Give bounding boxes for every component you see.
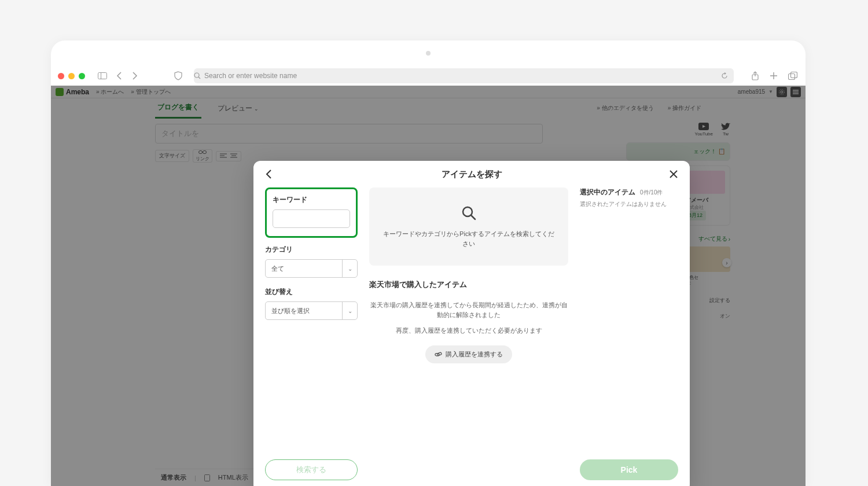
reload-icon[interactable] [721, 72, 728, 79]
modal-header: アイテムを探す [253, 161, 690, 187]
search-button[interactable]: 検索する [265, 459, 358, 480]
close-window-button[interactable] [58, 73, 64, 79]
empty-results-box: キーワードやカテゴリからPickするアイテムを検索してください [369, 187, 568, 266]
rakuten-message-1: 楽天市場の購入履歴を連携してから長期間が経過したため、連携が自動的に解除されまし… [369, 300, 568, 320]
category-label: カテゴリ [265, 245, 358, 255]
window-controls [58, 73, 85, 79]
rakuten-message-2: 再度、購入履歴を連携していただく必要があります [369, 326, 568, 336]
keyword-input[interactable] [273, 209, 350, 228]
close-button[interactable] [669, 170, 678, 179]
find-item-modal: アイテムを探す キーワード カテゴリ 全て ⌄ 並び替え [253, 161, 690, 486]
chevron-down-icon: ⌄ [342, 260, 357, 277]
empty-message: キーワードやカテゴリからPickするアイテムを検索してください [381, 229, 557, 248]
search-filters-panel: キーワード カテゴリ 全て ⌄ 並び替え 並び順を選択 ⌄ [265, 187, 358, 480]
privacy-shield-icon[interactable] [173, 70, 183, 82]
svg-line-3 [198, 77, 200, 79]
new-tab-icon[interactable] [768, 70, 779, 82]
search-icon [194, 72, 201, 79]
keyword-highlight-box: キーワード [265, 187, 358, 238]
svg-point-2 [194, 73, 199, 78]
address-bar[interactable]: Search or enter website name [194, 68, 734, 83]
sidebar-toggle-icon[interactable] [97, 71, 108, 80]
url-placeholder: Search or enter website name [204, 72, 297, 80]
tab-overview-icon[interactable] [787, 70, 799, 82]
selected-empty-message: 選択されたアイテムはありません [580, 201, 678, 208]
sort-select[interactable]: 並び順を選択 ⌄ [265, 301, 358, 320]
chevron-down-icon: ⌄ [342, 302, 357, 319]
forward-button[interactable] [129, 71, 141, 81]
keyword-label: キーワード [273, 195, 350, 205]
svg-rect-9 [791, 72, 797, 78]
search-icon [381, 205, 557, 221]
share-icon[interactable] [750, 70, 760, 82]
category-select[interactable]: 全て ⌄ [265, 259, 358, 278]
sort-value: 並び順を選択 [266, 307, 342, 315]
link-history-button[interactable]: 購入履歴を連携する [425, 345, 512, 363]
svg-line-28 [471, 215, 475, 219]
rakuten-title: 楽天市場で購入したアイテム [369, 279, 568, 290]
back-button[interactable] [265, 169, 272, 179]
rakuten-section: 楽天市場で購入したアイテム 楽天市場の購入履歴を連携してから長期間が経過したため… [369, 279, 568, 363]
back-button[interactable] [113, 71, 124, 81]
maximize-window-button[interactable] [79, 73, 85, 79]
svg-rect-0 [98, 73, 107, 79]
category-value: 全て [266, 264, 342, 273]
selected-items-panel: 選択中のアイテム 0件/10件 選択されたアイテムはありません Pick [580, 187, 678, 480]
notch-bar [51, 41, 806, 66]
browser-toolbar: Search or enter website name [51, 66, 806, 86]
minimize-window-button[interactable] [68, 73, 75, 79]
pick-button[interactable]: Pick [580, 459, 678, 480]
selected-count: 0件/10件 [640, 189, 663, 197]
selected-label: 選択中のアイテム [580, 187, 635, 197]
modal-title: アイテムを探す [442, 169, 502, 180]
sort-label: 並び替え [265, 287, 358, 297]
svg-rect-8 [789, 74, 795, 80]
results-panel: キーワードやカテゴリからPickするアイテムを検索してください 楽天市場で購入し… [369, 187, 568, 480]
device-frame: Search or enter website name Ameba » ホーム… [51, 41, 806, 486]
link-icon [435, 351, 442, 358]
camera-dot [426, 51, 431, 56]
